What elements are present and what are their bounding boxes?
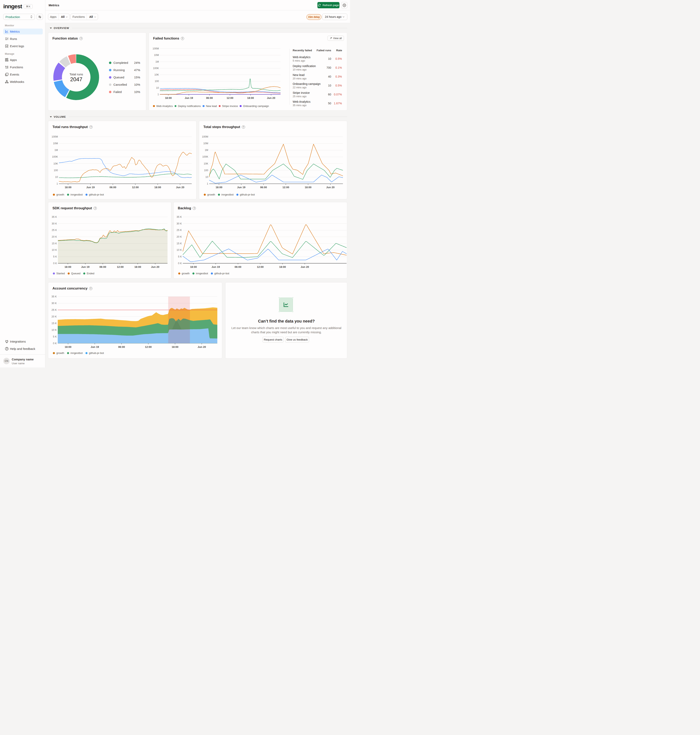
svg-text:06:00: 06:00 [206,96,213,99]
svg-text:5 K: 5 K [53,255,57,258]
svg-text:06:00: 06:00 [260,186,267,189]
svg-text:Jun 20: Jun 20 [326,186,335,189]
svg-text:1: 1 [56,182,58,185]
svg-text:10: 10 [205,176,208,178]
svg-text:06:00: 06:00 [235,265,241,268]
svg-text:Jun 19: Jun 19 [81,265,90,268]
svg-text:100M: 100M [153,47,159,50]
svg-text:30 K: 30 K [176,222,182,225]
svg-text:18:00: 18:00 [247,96,254,99]
svg-text:18:00: 18:00 [134,265,141,268]
svg-text:25 K: 25 K [176,229,182,231]
svg-text:20 K: 20 K [176,236,182,238]
svg-text:06:00: 06:00 [110,186,116,189]
svg-text:10M: 10M [203,142,208,145]
svg-text:18:00: 18:00 [154,186,161,189]
svg-text:10K: 10K [154,73,159,76]
svg-text:12:00: 12:00 [257,265,263,268]
svg-text:20 K: 20 K [51,315,57,318]
svg-text:12:00: 12:00 [145,345,151,348]
svg-text:35 K: 35 K [176,215,182,218]
svg-text:0 K: 0 K [178,262,182,265]
svg-text:100K: 100K [202,155,209,158]
svg-text:10: 10 [55,176,58,178]
svg-text:18:00: 18:00 [65,186,71,189]
svg-text:Jun 19: Jun 19 [185,96,193,99]
svg-text:100M: 100M [51,136,58,138]
svg-text:25 K: 25 K [51,229,57,231]
svg-text:10 K: 10 K [51,328,57,331]
svg-text:12:00: 12:00 [226,96,233,99]
svg-text:100K: 100K [52,155,58,158]
svg-text:10: 10 [156,87,159,89]
svg-text:18:00: 18:00 [216,186,222,189]
svg-text:18:00: 18:00 [190,265,197,268]
svg-text:5 K: 5 K [53,335,57,338]
svg-text:10M: 10M [53,142,58,145]
svg-text:Jun 20: Jun 20 [301,265,309,268]
svg-text:5 K: 5 K [178,255,182,258]
svg-text:Jun 20: Jun 20 [198,345,206,348]
svg-text:100: 100 [204,169,208,172]
svg-text:Jun 20: Jun 20 [176,186,184,189]
svg-text:100: 100 [54,169,58,172]
svg-text:18:00: 18:00 [304,186,311,189]
svg-text:Jun 19: Jun 19 [86,186,94,189]
svg-text:20 K: 20 K [51,236,57,238]
svg-text:18:00: 18:00 [165,96,172,99]
svg-text:1M: 1M [155,60,159,63]
svg-text:10M: 10M [154,54,159,56]
svg-text:100: 100 [155,80,159,82]
svg-text:12:00: 12:00 [282,186,289,189]
svg-text:06:00: 06:00 [100,265,106,268]
svg-text:10 K: 10 K [51,249,57,252]
svg-text:35 K: 35 K [51,295,57,298]
svg-text:15 K: 15 K [51,322,57,325]
svg-text:06:00: 06:00 [118,345,125,348]
svg-text:25 K: 25 K [51,309,57,311]
svg-text:18:00: 18:00 [65,345,71,348]
svg-text:Jun 20: Jun 20 [151,265,159,268]
svg-text:Jun 19: Jun 19 [237,186,245,189]
svg-text:Jun 19: Jun 19 [212,265,220,268]
svg-text:12:00: 12:00 [117,265,124,268]
svg-text:18:00: 18:00 [172,345,178,348]
svg-text:100K: 100K [153,67,159,70]
svg-text:Jun 19: Jun 19 [91,345,99,348]
svg-text:1M: 1M [54,149,58,152]
svg-text:18:00: 18:00 [279,265,286,268]
svg-text:0 K: 0 K [53,262,57,265]
svg-text:100M: 100M [202,136,208,138]
svg-text:1: 1 [207,182,208,185]
svg-text:10 K: 10 K [176,249,182,252]
svg-text:30 K: 30 K [51,222,57,225]
svg-text:1: 1 [157,93,159,96]
svg-text:15 K: 15 K [51,242,57,245]
svg-text:1M: 1M [205,149,208,152]
svg-text:12:00: 12:00 [132,186,138,189]
svg-text:35 K: 35 K [51,215,57,218]
svg-text:10K: 10K [53,162,58,165]
svg-text:10K: 10K [204,162,209,165]
svg-text:0 K: 0 K [53,342,57,345]
svg-text:30 K: 30 K [51,302,57,305]
svg-text:15 K: 15 K [176,242,182,245]
svg-text:18:00: 18:00 [65,265,71,268]
svg-text:Jun 20: Jun 20 [267,96,275,99]
